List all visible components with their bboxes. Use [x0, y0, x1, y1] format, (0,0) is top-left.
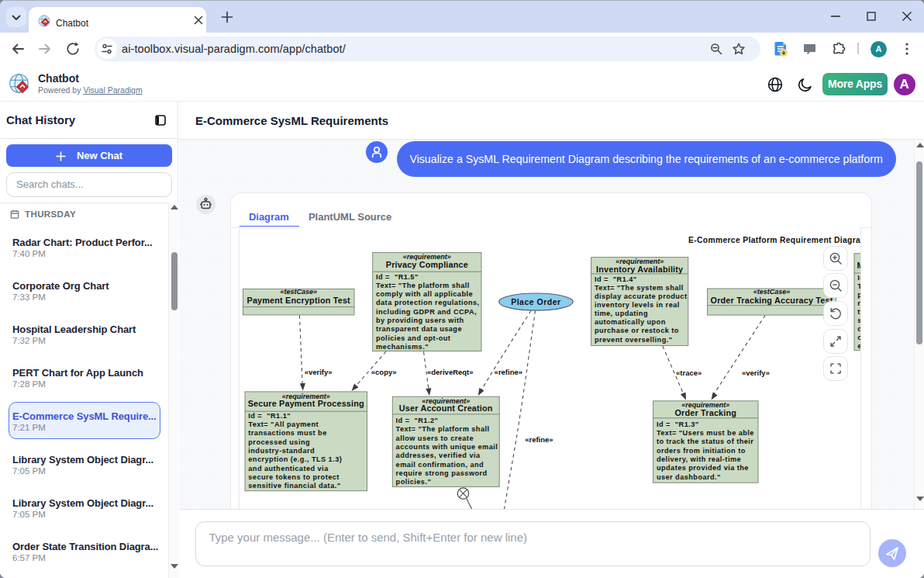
svg-text:addresses, verified via: addresses, verified via	[396, 452, 481, 459]
svg-text:accounts with unique email: accounts with unique email	[396, 443, 498, 451]
svg-text:and authenticated via: and authenticated via	[248, 465, 329, 472]
svg-text:policies and opt-out: policies and opt-out	[376, 334, 450, 342]
svg-text:transparent data usage: transparent data usage	[376, 325, 462, 333]
svg-text:policies.": policies."	[396, 478, 432, 486]
svg-text:Id = "R1.1": Id = "R1.1"	[248, 412, 291, 420]
svg-text:«testCase»: «testCase»	[280, 288, 317, 296]
svg-text:prevent overselling.": prevent overselling."	[595, 336, 673, 344]
svg-text:Privacy Compliance: Privacy Compliance	[386, 260, 468, 269]
svg-text:processed using: processed using	[248, 438, 310, 446]
svg-text:experience.": experience."	[857, 342, 861, 350]
svg-text:require strong password: require strong password	[396, 469, 488, 477]
svg-text:including GDPR and CCPA,: including GDPR and CCPA,	[376, 308, 477, 316]
svg-text:Text= "The system shall: Text= "The system shall	[595, 284, 684, 292]
svg-text:two-second page loads: two-second page loads	[857, 308, 861, 316]
svg-text:Secure Payment Processing: Secure Payment Processing	[248, 399, 364, 408]
svg-text:transactions must be: transactions must be	[248, 429, 326, 437]
svg-text:Text= "Users must be able: Text= "Users must be able	[657, 429, 754, 437]
svg-text:Text= "The platform shall: Text= "The platform shall	[857, 282, 861, 290]
svg-text:Inventory Availability: Inventory Availability	[596, 265, 683, 274]
svg-text:display accurate product: display accurate product	[595, 292, 688, 300]
svg-text:«testCase»: «testCase»	[753, 288, 791, 296]
svg-text:purchase or restock to: purchase or restock to	[595, 327, 679, 334]
svg-text:rapid interface with: rapid interface with	[857, 299, 861, 307]
svg-text:mechanisms.": mechanisms."	[376, 343, 429, 351]
svg-text:time, updating: time, updating	[595, 310, 648, 317]
svg-text:email confirmation, and: email confirmation, and	[396, 461, 484, 469]
svg-text:secure tokens to protect: secure tokens to protect	[248, 473, 340, 481]
svg-text:provide a responsive: provide a responsive	[857, 291, 861, 299]
svg-text:Text= "The platform shall: Text= "The platform shall	[376, 282, 470, 289]
svg-text:«verify»: «verify»	[305, 368, 333, 376]
svg-text:data protection regulations,: data protection regulations,	[376, 299, 480, 306]
svg-text:Mobile Responsiveness: Mobile Responsiveness	[857, 261, 862, 270]
svg-text:optimal shopping: optimal shopping	[857, 334, 861, 341]
svg-text:Text= "The platform shall: Text= "The platform shall	[396, 425, 490, 433]
svg-text:Id = "R1.2": Id = "R1.2"	[396, 417, 439, 424]
svg-text:encryption (e.g., TLS 1.3): encryption (e.g., TLS 1.3)	[248, 455, 342, 463]
svg-text:Id = "R1.3": Id = "R1.3"	[657, 421, 699, 428]
svg-text:comply with all applicable: comply with all applicable	[376, 290, 473, 298]
svg-text:Id = "R1.6": Id = "R1.6"	[857, 274, 861, 282]
svg-text:«deriveReqt»: «deriveReqt»	[427, 368, 474, 376]
svg-text:«copy»: «copy»	[371, 368, 397, 376]
svg-text:User Account Creation: User Account Creation	[399, 403, 493, 413]
svg-text:by providing users with: by providing users with	[376, 317, 464, 324]
svg-text:user dashboard.": user dashboard."	[657, 473, 721, 481]
svg-text:«refine»: «refine»	[525, 435, 553, 444]
svg-text:Id = "R1.5": Id = "R1.5"	[376, 273, 419, 281]
svg-text:seconds on all devices,: seconds on all devices,	[857, 317, 861, 324]
svg-text:delivering a consistently: delivering a consistently	[857, 325, 861, 333]
svg-text:«verify»: «verify»	[742, 369, 770, 377]
svg-text:orders from initiation to: orders from initiation to	[657, 447, 746, 455]
svg-text:delivery, with real-time: delivery, with real-time	[657, 455, 741, 463]
svg-text:to track the status of their: to track the status of their	[657, 438, 753, 445]
svg-text:Text= "All payment: Text= "All payment	[248, 421, 319, 428]
svg-text:«trace»: «trace»	[676, 369, 702, 377]
svg-text:Payment Encryption Test: Payment Encryption Test	[247, 296, 350, 305]
svg-text:Order Tracking: Order Tracking	[674, 408, 736, 417]
svg-text:Place Order: Place Order	[511, 297, 560, 306]
svg-text:«refine»: «refine»	[495, 368, 522, 376]
svg-text:automatically upon: automatically upon	[595, 318, 666, 326]
svg-text:inventory levels in real: inventory levels in real	[595, 301, 680, 309]
svg-text:Id = "R1.4": Id = "R1.4"	[595, 275, 637, 283]
svg-text:updates provided via the: updates provided via the	[657, 464, 749, 472]
svg-text:allow users to create: allow users to create	[396, 434, 474, 442]
svg-text:Order Tracking Accuracy Test: Order Tracking Accuracy Test	[711, 296, 833, 305]
svg-text:industry-standard: industry-standard	[248, 447, 315, 455]
svg-text:E-Commerce Platform Requiremen: E-Commerce Platform Requirement Diagram	[688, 236, 861, 244]
svg-text:sensitive financial data.": sensitive financial data."	[248, 482, 340, 490]
